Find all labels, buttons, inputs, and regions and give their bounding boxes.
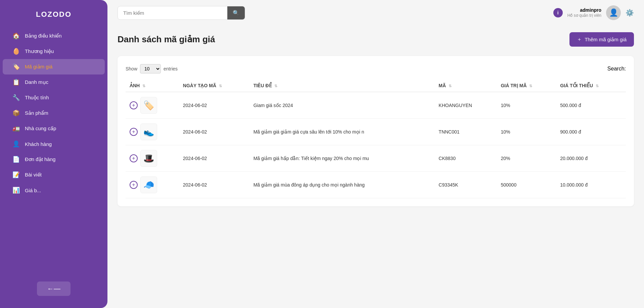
- sidebar-logo: LOZODO: [0, 10, 107, 19]
- sidebar-item-label: Khách hàng: [25, 141, 52, 147]
- admin-role: Hồ sơ quản trị viên: [567, 13, 601, 18]
- sort-ma-icon[interactable]: ⇅: [449, 84, 452, 88]
- cell-ma: TNNC001: [434, 119, 497, 145]
- col-gia-tri: GIÁ TRỊ MÃ ⇅: [497, 80, 556, 92]
- coupon-icon: 🏷️: [12, 63, 20, 70]
- cell-gia-toi-thieu: 20.000.000 đ: [556, 145, 626, 172]
- table-body: + 🏷️ 2024-06-02 Giam giá sốc 2024 KHOANG…: [126, 92, 626, 198]
- product-icon: 📦: [12, 109, 20, 117]
- cell-ma: CK8830: [434, 145, 497, 172]
- plus-icon: ＋: [577, 36, 582, 43]
- avatar: 👤: [606, 5, 621, 20]
- sort-gia-toi-thieu-icon[interactable]: ⇅: [596, 84, 599, 88]
- col-ma: MÃ ⇅: [434, 80, 497, 92]
- page-content: Danh sách mã giảm giá ＋ Thêm mã giảm giá…: [107, 25, 644, 308]
- main-content: 🔍 i adminpro Hồ sơ quản trị viên 👤 ⚙️ Da…: [107, 0, 644, 308]
- cell-tieu-de: Giam giá sốc 2024: [249, 92, 435, 119]
- table-card: Show 10 25 50 100 entries Search:: [118, 56, 634, 206]
- col-ngay-tao: NGÀY TẠO MÃ ⇅: [179, 80, 249, 92]
- info-icon[interactable]: i: [553, 8, 563, 17]
- col-tieu-de: TIÊU ĐỀ ⇅: [249, 80, 435, 92]
- cell-ma: KHOANGUYEN: [434, 92, 497, 119]
- sidebar-item-label: Danh mục: [25, 79, 48, 85]
- category-icon: 📋: [12, 79, 20, 86]
- sidebar-item-brand[interactable]: 🥚 Thương hiệu: [3, 44, 105, 59]
- cell-ngay-tao: 2024-06-02: [179, 172, 249, 198]
- more-icon: 📊: [12, 187, 20, 194]
- page-title: Danh sách mã giảm giá: [118, 34, 215, 45]
- cell-gia-tri: 10%: [497, 119, 556, 145]
- expand-row-button[interactable]: +: [130, 101, 138, 109]
- sidebar-item-coupon[interactable]: 🏷️ Mã giảm giá: [3, 59, 105, 74]
- search-button[interactable]: 🔍: [227, 6, 245, 19]
- entries-label: entries: [164, 66, 178, 71]
- expand-row-button[interactable]: +: [130, 128, 138, 136]
- product-thumbnail: 🏷️: [140, 97, 157, 114]
- sidebar-item-customer[interactable]: 👤 Khách hàng: [3, 136, 105, 152]
- header: 🔍 i adminpro Hồ sơ quản trị viên 👤 ⚙️: [107, 0, 644, 25]
- product-thumbnail: 👟: [140, 123, 157, 140]
- expand-row-button[interactable]: +: [130, 181, 138, 189]
- sidebar-item-label: Nhà cung cấp: [25, 125, 56, 132]
- sidebar-item-dashboard[interactable]: 🏠 Bảng điều khiển: [3, 28, 105, 44]
- sort-gia-tri-icon[interactable]: ⇅: [529, 84, 532, 88]
- sidebar-item-label: Mã giảm giá: [25, 64, 52, 70]
- attribute-icon: 🔧: [12, 94, 20, 101]
- cell-gia-tri: 10%: [497, 92, 556, 119]
- page-header: Danh sách mã giảm giá ＋ Thêm mã giảm giá: [118, 32, 634, 47]
- col-anh: ẢNH ⇅: [126, 80, 179, 92]
- cell-tieu-de: Mã giảm giá hấp dẫn: Tiết kiệm ngay 20% …: [249, 145, 435, 172]
- sidebar-item-more[interactable]: 📊 Giá b...: [3, 183, 105, 198]
- cell-ngay-tao: 2024-06-02: [179, 145, 249, 172]
- cell-anh: + 👟: [126, 119, 179, 145]
- sort-tieu-de-icon[interactable]: ⇅: [274, 84, 277, 88]
- sidebar-item-supplier[interactable]: 🚛 Nhà cung cấp: [3, 121, 105, 136]
- sidebar-footer: ←—: [0, 276, 107, 301]
- table-controls: Show 10 25 50 100 entries Search:: [126, 64, 626, 73]
- table-row: + 🎩 2024-06-02 Mã giảm giá hấp dẫn: Tiết…: [126, 145, 626, 172]
- entries-select[interactable]: 10 25 50 100: [140, 64, 161, 73]
- add-coupon-button[interactable]: ＋ Thêm mã giảm giá: [569, 32, 634, 47]
- sidebar-item-order[interactable]: 📄 Đơn đặt hàng: [3, 152, 105, 167]
- sort-ngay-tao-icon[interactable]: ⇅: [219, 84, 222, 88]
- home-icon: 🏠: [12, 32, 20, 40]
- search-box: 🔍: [118, 6, 245, 20]
- sidebar-item-label: Bảng điều khiển: [25, 33, 62, 39]
- cell-ma: C93345K: [434, 172, 497, 198]
- table-row: + 🏷️ 2024-06-02 Giam giá sốc 2024 KHOANG…: [126, 92, 626, 119]
- expand-row-button[interactable]: +: [130, 154, 138, 162]
- header-right: i adminpro Hồ sơ quản trị viên 👤 ⚙️: [553, 5, 634, 20]
- sort-anh-icon[interactable]: ⇅: [142, 84, 145, 88]
- cell-ngay-tao: 2024-06-02: [179, 92, 249, 119]
- cell-gia-toi-thieu: 500.000 đ: [556, 92, 626, 119]
- collapse-sidebar-button[interactable]: ←—: [37, 281, 71, 296]
- order-icon: 📄: [12, 156, 20, 163]
- cell-gia-tri: 20%: [497, 145, 556, 172]
- search-label: Search:: [607, 66, 626, 72]
- article-icon: 📝: [12, 171, 20, 178]
- sidebar-item-article[interactable]: 📝 Bài viết: [3, 167, 105, 183]
- table-row: + 🧢 2024-06-02 Mã giảm giá mùa đông áp d…: [126, 172, 626, 198]
- search-input[interactable]: [118, 7, 227, 19]
- show-entries: Show 10 25 50 100 entries: [126, 64, 178, 73]
- cell-anh: + 🏷️: [126, 92, 179, 119]
- cell-tieu-de: Mã giảm giá giảm giá cựa sâu lên tới 10%…: [249, 119, 435, 145]
- table-header: ẢNH ⇅ NGÀY TẠO MÃ ⇅ TIÊU ĐỀ ⇅ MÃ: [126, 80, 626, 92]
- cell-tieu-de: Mã giảm giá mùa đông áp dụng cho mọi ngà…: [249, 172, 435, 198]
- cell-gia-toi-thieu: 10.000.000 đ: [556, 172, 626, 198]
- sidebar-item-category[interactable]: 📋 Danh mục: [3, 74, 105, 90]
- sidebar-item-product[interactable]: 📦 Sản phẩm: [3, 105, 105, 121]
- cell-gia-toi-thieu: 900.000 đ: [556, 119, 626, 145]
- sidebar-item-label: Bài viết: [25, 172, 42, 178]
- sidebar-item-label: Thuộc tính: [25, 95, 49, 101]
- admin-info: adminpro Hồ sơ quản trị viên: [567, 7, 601, 18]
- show-label: Show: [126, 66, 137, 71]
- cell-anh: + 🧢: [126, 172, 179, 198]
- settings-icon[interactable]: ⚙️: [626, 9, 634, 17]
- table-row: + 👟 2024-06-02 Mã giảm giá giảm giá cựa …: [126, 119, 626, 145]
- sidebar-item-attribute[interactable]: 🔧 Thuộc tính: [3, 90, 105, 105]
- sidebar-item-label: Đơn đặt hàng: [25, 156, 55, 162]
- add-button-label: Thêm mã giảm giá: [585, 37, 627, 43]
- brand-icon: 🥚: [12, 48, 20, 55]
- supplier-icon: 🚛: [12, 125, 20, 132]
